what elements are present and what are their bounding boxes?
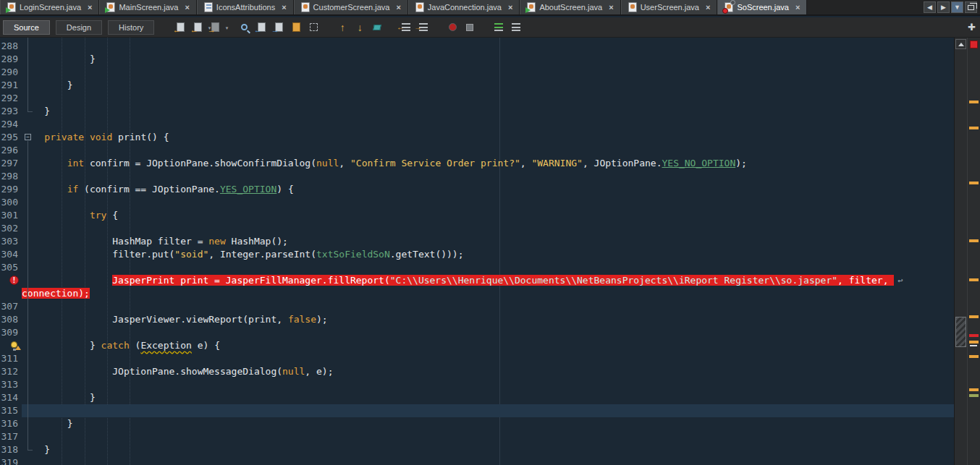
scroll-tabs-left-button[interactable]: ◀ <box>924 1 936 13</box>
design-view-button[interactable]: Design <box>56 20 102 35</box>
code-line-315[interactable]: 315 <box>0 404 954 417</box>
code-line-319[interactable]: 319 <box>0 456 954 465</box>
tab-close-icon[interactable]: × <box>795 3 800 12</box>
code-editor[interactable]: 288289 }290291 }292293 }294295 private v… <box>0 38 954 465</box>
tab-iconsattributions[interactable]: IconsAttributions× <box>197 0 294 14</box>
stop-macro-recording-button-icon[interactable] <box>462 20 478 35</box>
code-line-313[interactable]: 313 <box>0 378 954 391</box>
tab-close-icon[interactable]: × <box>185 3 189 12</box>
tab-close-icon[interactable]: × <box>508 3 512 12</box>
code-line-305[interactable]: 305 <box>0 261 954 274</box>
tab-soscreen-java[interactable]: SoScreen.java× <box>717 0 807 14</box>
error-annotation-icon[interactable]: ! <box>9 276 19 285</box>
source-view-button[interactable]: Source <box>3 20 50 35</box>
code-line-316[interactable]: 316 } <box>0 417 954 430</box>
warning-mark[interactable] <box>969 239 979 242</box>
warning-mark[interactable] <box>969 394 979 397</box>
code-line-293[interactable]: 293 } <box>0 105 954 118</box>
code-line[interactable]: ! JasperPrint print = JasperFillManager.… <box>0 274 954 287</box>
code-line-302[interactable]: 302 <box>0 222 954 235</box>
code-line-312[interactable]: 312 JOptionPane.showMessageDialog(null, … <box>0 365 954 378</box>
code-line-295[interactable]: 295 private void print() { <box>0 131 954 144</box>
code-line-291[interactable]: 291 } <box>0 79 954 92</box>
restore-window-button[interactable] <box>965 1 977 13</box>
code-line-301[interactable]: 301 try { <box>0 209 954 222</box>
toolbar-move-icon[interactable]: ✚ <box>968 22 980 33</box>
scroll-tabs-right-button[interactable]: ▶ <box>937 1 950 13</box>
warning-mark[interactable] <box>969 127 979 129</box>
error-mark[interactable] <box>969 334 979 337</box>
warning-mark[interactable] <box>969 101 979 103</box>
code-line-299[interactable]: 299 if (confirm == JOptionPane.YES_OPTIO… <box>0 183 954 196</box>
back-button-icon[interactable]: ←▾ <box>190 20 206 35</box>
error-stripe[interactable] <box>967 38 980 465</box>
find-selection-button-icon[interactable] <box>236 20 252 35</box>
code-line-292[interactable]: 292 <box>0 92 954 105</box>
tab-customerscreen-java[interactable]: CustomerScreen.java× <box>294 0 408 14</box>
tab-loginscreen-java[interactable]: LoginScreen.java× <box>0 0 99 14</box>
code-line-311[interactable]: 311 <box>0 352 954 365</box>
next-bookmark-button-icon[interactable]: ↓ <box>352 20 368 35</box>
code-line-308[interactable]: 308 JasperViewer.viewReport(print, false… <box>0 313 954 326</box>
forward-button-icon[interactable]: →▾ <box>207 20 223 35</box>
code-line-314[interactable]: 314 } <box>0 391 954 404</box>
tab-mainscreen-java[interactable]: MainScreen.java× <box>99 0 196 14</box>
code-line-297[interactable]: 297 int confirm = JOptionPane.showConfir… <box>0 157 954 170</box>
warning-mark[interactable] <box>969 182 979 184</box>
uncomment-button-icon[interactable] <box>508 20 524 35</box>
code-line-307[interactable]: 307 <box>0 300 954 313</box>
code-line-309[interactable]: 309 <box>0 326 954 339</box>
warning-mark[interactable] <box>969 355 979 358</box>
start-macro-recording-button-icon[interactable] <box>444 20 460 35</box>
tab-close-icon[interactable]: × <box>609 3 613 12</box>
warning-mark[interactable] <box>969 388 979 391</box>
code-line-300[interactable]: 300 <box>0 196 954 209</box>
code-line-317[interactable]: 317 <box>0 430 954 443</box>
code-line[interactable]: } catch (Exception e) { <box>0 339 954 352</box>
code-text <box>22 300 954 313</box>
code-line-296[interactable]: 296 <box>0 144 954 157</box>
vertical-scrollbar[interactable] <box>954 38 967 465</box>
comment-button-icon[interactable] <box>491 20 507 35</box>
code-line-318[interactable]: 318 } <box>0 443 954 456</box>
dropdown-caret-icon[interactable]: ▾ <box>226 25 229 31</box>
next-occurrence-button-icon[interactable]: → <box>271 20 287 35</box>
tab-close-icon[interactable]: × <box>88 3 92 12</box>
code-line-304[interactable]: 304 filter.put("soid", Integer.parseInt(… <box>0 248 954 261</box>
previous-occurrence-button-icon[interactable]: ← <box>253 20 269 35</box>
caret-position-mark[interactable] <box>970 345 977 346</box>
shift-line-right-button-icon[interactable]: → <box>415 20 431 35</box>
hint-lightbulb-icon[interactable] <box>11 341 17 348</box>
warning-mark[interactable] <box>969 278 979 281</box>
code-line-294[interactable]: 294 <box>0 118 954 131</box>
show-opened-documents-button[interactable]: ▼ <box>951 1 963 13</box>
scrollbar-thumb[interactable] <box>955 317 966 347</box>
code-line-303[interactable]: 303 HashMap filter = new HashMap(); <box>0 235 954 248</box>
tab-aboutscreen-java[interactable]: AboutScreen.java× <box>520 0 620 14</box>
toggle-highlight-search-button-icon[interactable] <box>288 20 304 35</box>
shift-line-left-button-icon[interactable]: ← <box>398 20 414 35</box>
code-text <box>22 456 954 465</box>
last-edit-location-button-icon[interactable]: ← <box>172 20 188 35</box>
text-file-icon <box>204 2 213 12</box>
scroll-up-button[interactable] <box>955 39 966 49</box>
tab-close-icon[interactable]: × <box>396 3 400 12</box>
warning-mark[interactable] <box>969 341 979 344</box>
warning-mark[interactable] <box>969 315 979 318</box>
code-line-288[interactable]: 288 <box>0 40 954 53</box>
tab-userscreen-java[interactable]: UserScreen.java× <box>621 0 718 14</box>
history-view-button[interactable]: History <box>108 20 154 35</box>
rectangular-selection-button-icon[interactable] <box>305 20 321 35</box>
tab-close-icon[interactable]: × <box>706 3 710 12</box>
error-status-indicator[interactable] <box>970 40 978 48</box>
previous-bookmark-button-icon[interactable]: ↑ <box>334 20 350 35</box>
line-number: 300 <box>0 196 22 209</box>
code-line-289[interactable]: 289 } <box>0 53 954 66</box>
code-line[interactable]: connection); <box>0 287 954 300</box>
code-line-298[interactable]: 298 <box>0 170 954 183</box>
tab-close-icon[interactable]: × <box>282 3 286 12</box>
code-line-290[interactable]: 290 <box>0 66 954 79</box>
fold-collapse-box[interactable]: − <box>25 134 31 140</box>
tab-javaconnection-java[interactable]: JavaConnection.java× <box>408 0 520 14</box>
toggle-bookmark-button-icon[interactable] <box>369 20 385 35</box>
